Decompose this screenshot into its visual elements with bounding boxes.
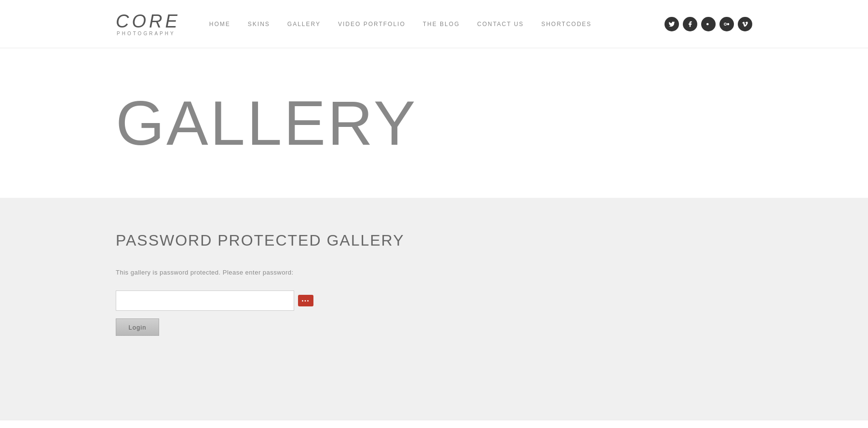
password-dots-icon[interactable]: ••• bbox=[298, 295, 313, 306]
dots-symbol: ••• bbox=[302, 298, 310, 304]
page-title: GALLERY bbox=[116, 92, 417, 154]
site-footer: © COPYRIGHT 2013 CORE THEME. POWERED BY … bbox=[0, 420, 868, 428]
nav-the-blog[interactable]: THE BLOG bbox=[423, 21, 460, 28]
social-icons bbox=[665, 17, 752, 31]
description-text: This gallery is password protected. Plea… bbox=[116, 269, 752, 276]
twitter-icon[interactable] bbox=[665, 17, 679, 31]
nav-skins[interactable]: SKINS bbox=[248, 21, 270, 28]
password-input-row: ••• bbox=[116, 290, 752, 311]
flickr-icon[interactable] bbox=[719, 17, 734, 31]
main-nav: HOME SKINS GALLERY VIDEO PORTFOLIO THE B… bbox=[209, 21, 592, 28]
logo-core: CORE bbox=[116, 12, 180, 30]
login-button-wrapper: Login bbox=[116, 318, 752, 336]
svg-point-2 bbox=[727, 23, 730, 25]
password-form: ••• Login bbox=[116, 290, 752, 336]
facebook-icon[interactable] bbox=[683, 17, 697, 31]
section-title: PASSWORD PROTECTED GALLERY bbox=[116, 232, 752, 249]
password-input[interactable] bbox=[116, 290, 294, 311]
nav-home[interactable]: HOME bbox=[209, 21, 231, 28]
logo-photography: PHOTOGRAPHY bbox=[117, 31, 176, 36]
logo[interactable]: CORE PHOTOGRAPHY bbox=[116, 12, 180, 36]
nav-gallery[interactable]: GALLERY bbox=[287, 21, 321, 28]
svg-point-1 bbox=[724, 23, 727, 25]
site-header: CORE PHOTOGRAPHY HOME SKINS GALLERY VIDE… bbox=[0, 0, 868, 48]
nav-video-portfolio[interactable]: VIDEO PORTFOLIO bbox=[338, 21, 406, 28]
login-button[interactable]: Login bbox=[116, 318, 159, 336]
svg-point-0 bbox=[706, 23, 709, 25]
content-section: PASSWORD PROTECTED GALLERY This gallery … bbox=[0, 198, 868, 420]
vimeo-icon[interactable] bbox=[738, 17, 752, 31]
nav-contact-us[interactable]: CONTACT US bbox=[477, 21, 524, 28]
header-left: CORE PHOTOGRAPHY HOME SKINS GALLERY VIDE… bbox=[116, 12, 592, 36]
google-plus-icon[interactable] bbox=[701, 17, 716, 31]
hero-section: GALLERY bbox=[0, 48, 868, 198]
nav-shortcodes[interactable]: SHORTCODES bbox=[541, 21, 591, 28]
